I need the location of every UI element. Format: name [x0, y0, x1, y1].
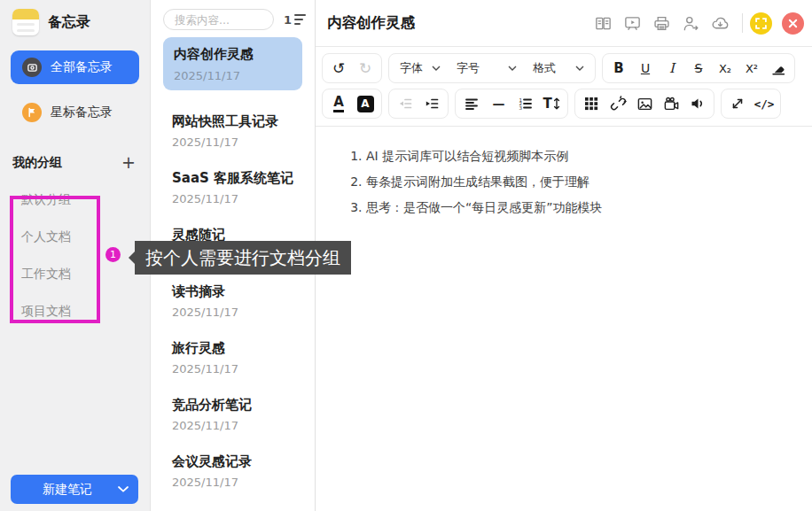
search-row: 1 — [151, 0, 315, 30]
editor-header: 内容创作灵感 — [316, 0, 812, 47]
subscript-button[interactable]: X₂ — [712, 55, 738, 81]
groups-header: 我的分组 + — [12, 154, 136, 171]
memo-app-window: 备忘录 全部备忘录 星标备忘录 — [0, 0, 812, 511]
list-item[interactable]: 思考：是否做一个“每日灵感更新”功能模块 — [366, 201, 785, 214]
unlink-icon[interactable] — [605, 90, 631, 117]
font-family-label: 字体 — [400, 60, 423, 76]
editor-toolbar: ↺ ↻ 字体 字号 格式 — [316, 47, 812, 127]
highlight-color-button[interactable]: A — [352, 90, 379, 117]
new-note-button[interactable]: 新建笔记 — [11, 475, 138, 504]
editor-content-area[interactable]: AI 提示词库可以结合短视频脚本示例 每条提示词附加生成结果截图，便于理解 思考… — [316, 127, 812, 501]
note-date: 2025/11/17 — [172, 135, 308, 149]
groups-title: 我的分组 — [12, 155, 62, 171]
close-button[interactable] — [782, 12, 804, 35]
sort-icon[interactable]: 1 — [284, 13, 306, 27]
memo-badge-icon — [22, 58, 42, 77]
text-color-label: A — [333, 96, 344, 112]
sort-number: 1 — [284, 13, 292, 27]
editor-panel: 内容创作灵感 — [316, 0, 812, 511]
editor-title: 内容创作灵感 — [327, 13, 589, 33]
format-label: 格式 — [533, 60, 556, 76]
nav-label: 星标备忘录 — [51, 105, 113, 120]
note-date: 2025/11/17 — [172, 476, 308, 489]
annotation-step-badge: 1 — [105, 247, 121, 262]
new-note-label: 新建笔记 — [11, 482, 108, 498]
app-logo-row: 备忘录 — [0, 0, 150, 35]
nav-starred-memos[interactable]: 星标备忘录 — [11, 96, 139, 129]
view-group: </> — [721, 89, 781, 119]
text-style-group: B U I S X₂ X² — [602, 53, 795, 83]
search-input[interactable] — [163, 9, 274, 30]
superscript-button[interactable]: X² — [738, 55, 765, 81]
flag-icon — [22, 103, 42, 122]
note-title: 内容创作灵感 — [174, 46, 292, 63]
image-icon[interactable] — [631, 90, 658, 117]
nav-all-memos[interactable]: 全部备忘录 — [11, 50, 139, 84]
clear-format-eraser-icon[interactable] — [765, 55, 792, 81]
code-view-button[interactable]: </> — [751, 90, 777, 117]
printer-icon[interactable] — [647, 10, 676, 36]
ordered-list: AI 提示词库可以结合短视频脚本示例 每条提示词附加生成结果截图，便于理解 思考… — [316, 150, 785, 214]
note-date: 2025/11/17 — [172, 419, 308, 432]
bold-button[interactable]: B — [605, 55, 632, 81]
undo-icon[interactable]: ↺ — [325, 55, 352, 81]
add-group-button[interactable]: + — [121, 154, 136, 171]
italic-button[interactable]: I — [659, 55, 685, 81]
list-item[interactable]: AI 提示词库可以结合短视频脚本示例 — [366, 150, 785, 163]
note-item[interactable]: 网站快照工具记录 2025/11/17 — [151, 101, 315, 158]
note-title: 网站快照工具记录 — [172, 113, 308, 130]
align-left-icon[interactable] — [458, 90, 485, 117]
strikethrough-button[interactable]: S — [685, 55, 712, 81]
audio-speaker-icon[interactable] — [684, 90, 711, 117]
chevron-down-icon — [575, 66, 584, 71]
table-grid-icon[interactable] — [578, 90, 605, 117]
notepad-logo-icon — [12, 9, 39, 35]
chevron-down-icon — [508, 66, 517, 71]
format-dropdown[interactable]: 格式 — [525, 55, 592, 81]
share-user-icon[interactable] — [676, 10, 706, 36]
outdent-icon[interactable] — [392, 90, 418, 117]
note-item[interactable]: SaaS 客服系统笔记 2025/11/17 — [151, 158, 315, 214]
note-title: 读书摘录 — [172, 283, 308, 300]
sort-bars — [294, 14, 306, 25]
note-item[interactable]: 读书摘录 2025/11/17 — [151, 271, 315, 328]
note-date: 2025/11/17 — [172, 306, 308, 319]
font-size-label: 字号 — [457, 60, 480, 76]
note-item[interactable]: 竞品分析笔记 2025/11/17 — [151, 384, 315, 441]
group-item-personal[interactable]: 个人文档 — [21, 229, 150, 245]
toolbar-row-1: ↺ ↻ 字体 字号 格式 — [322, 53, 812, 83]
underline-button[interactable]: U — [632, 55, 659, 81]
fullscreen-expand-icon[interactable] — [724, 90, 751, 117]
font-group: 字体 字号 格式 — [388, 53, 596, 83]
note-item-selected[interactable]: 内容创作灵感 2025/11/17 — [163, 37, 302, 90]
redo-icon[interactable]: ↻ — [352, 55, 379, 81]
screenshot-button[interactable] — [750, 12, 772, 35]
color-group: A A — [322, 89, 382, 119]
cloud-download-icon[interactable] — [706, 10, 735, 36]
app-title: 备忘录 — [48, 13, 90, 32]
group-item-default[interactable]: 默认分组 — [21, 192, 150, 208]
note-item[interactable]: 旅行灵感 2025/11/17 — [151, 328, 315, 384]
text-color-button[interactable]: A — [325, 90, 352, 117]
presentation-icon[interactable] — [618, 10, 647, 36]
line-height-button[interactable]: T — [538, 90, 565, 117]
note-title: SaaS 客服系统笔记 — [172, 170, 308, 187]
video-camera-icon[interactable] — [658, 90, 684, 117]
font-size-dropdown[interactable]: 字号 — [449, 55, 525, 81]
sidebar-nav: 全部备忘录 星标备忘录 — [0, 50, 150, 129]
font-family-dropdown[interactable]: 字体 — [392, 55, 449, 81]
horizontal-rule-button[interactable]: — — [485, 90, 511, 117]
ordered-list-icon[interactable]: 1 2 3 — [511, 90, 538, 117]
note-item[interactable]: 会议灵感记录 2025/11/17 — [151, 441, 315, 498]
note-date: 2025/11/17 — [174, 69, 292, 82]
group-item-work[interactable]: 工作文档 — [21, 267, 150, 283]
nav-label: 全部备忘录 — [51, 59, 113, 75]
chevron-down-icon[interactable] — [108, 486, 138, 492]
list-item[interactable]: 每条提示词附加生成结果截图，便于理解 — [366, 175, 785, 189]
book-icon[interactable] — [589, 10, 618, 36]
header-divider — [742, 13, 743, 33]
indent-icon[interactable] — [418, 90, 445, 117]
note-date: 2025/11/17 — [172, 362, 308, 376]
group-item-project[interactable]: 项目文档 — [21, 304, 150, 320]
updown-arrow-icon — [553, 97, 560, 110]
